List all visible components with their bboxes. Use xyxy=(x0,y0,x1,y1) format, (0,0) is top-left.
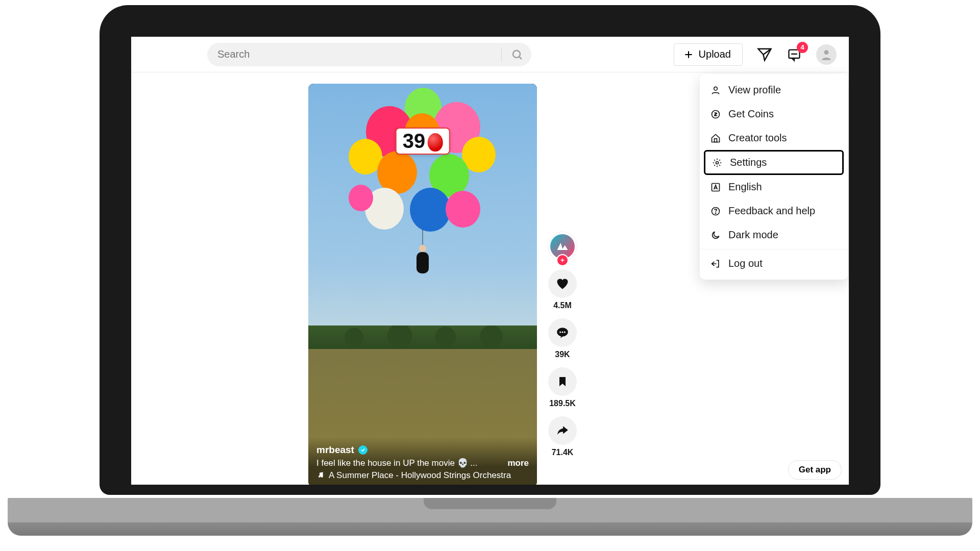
menu-log-out[interactable]: Log out xyxy=(700,252,848,276)
menu-separator xyxy=(700,249,848,249)
comment-count: 39K xyxy=(555,350,570,359)
menu-settings[interactable]: Settings xyxy=(704,150,844,175)
caption-row: I feel like the house in UP the movie 💀 … xyxy=(316,458,529,468)
menu-get-coins[interactable]: Get Coins xyxy=(700,102,848,126)
svg-point-12 xyxy=(561,331,563,333)
menu-label: Dark mode xyxy=(728,229,778,241)
menu-feedback[interactable]: Feedback and help xyxy=(700,199,848,223)
menu-view-profile[interactable]: View profile xyxy=(700,78,848,102)
search-icon xyxy=(511,48,523,61)
moon-icon xyxy=(710,230,721,241)
bookmark-icon xyxy=(556,375,569,388)
overlay-count-text: 39 xyxy=(403,130,426,153)
action-rail: 4.5M 39K 189.5K xyxy=(545,232,580,457)
upload-button[interactable]: Upload xyxy=(674,43,743,66)
like-item: 4.5M xyxy=(548,269,577,310)
share-count: 71.4K xyxy=(552,448,574,457)
upload-label: Upload xyxy=(699,48,731,60)
follow-button[interactable] xyxy=(556,254,569,266)
share-item: 71.4K xyxy=(548,416,577,457)
language-icon xyxy=(710,182,721,193)
coin-icon xyxy=(710,109,721,120)
menu-creator-tools[interactable]: Creator tools xyxy=(700,126,848,150)
get-app-button[interactable]: Get app xyxy=(788,460,842,480)
comment-item: 39K xyxy=(548,318,577,359)
inbox-badge: 4 xyxy=(797,42,808,53)
send-icon xyxy=(757,47,772,62)
menu-language[interactable]: English xyxy=(700,175,848,199)
creator-avatar[interactable] xyxy=(548,232,577,261)
profile-avatar[interactable] xyxy=(816,44,837,65)
bookmark-button[interactable] xyxy=(548,367,577,396)
search-input[interactable] xyxy=(217,48,497,60)
home-icon xyxy=(710,133,721,144)
user-icon xyxy=(820,48,833,61)
verified-badge-icon xyxy=(358,445,368,455)
svg-point-0 xyxy=(513,51,520,58)
music-row[interactable]: A Summer Place - Hollywood Strings Orche… xyxy=(316,470,529,481)
plus-icon xyxy=(559,257,566,263)
like-count: 4.5M xyxy=(553,301,572,310)
search-bar[interactable] xyxy=(207,43,531,66)
laptop-base xyxy=(8,498,972,536)
svg-point-17 xyxy=(716,161,719,164)
like-button[interactable] xyxy=(548,269,577,298)
overlay-balloon-count: 39 xyxy=(396,128,450,155)
svg-point-11 xyxy=(559,331,561,333)
laptop-notch xyxy=(424,498,556,509)
music-note-icon xyxy=(316,471,325,480)
menu-label: Creator tools xyxy=(728,132,787,144)
svg-point-20 xyxy=(715,213,716,213)
menu-label: Get Coins xyxy=(728,108,774,120)
app-window: Upload 4 xyxy=(131,37,849,485)
top-bar: Upload 4 xyxy=(131,37,849,72)
gear-icon xyxy=(712,157,723,168)
heart-icon xyxy=(555,277,570,291)
video-meta: mrbeast I feel like the house in UP the … xyxy=(308,437,537,485)
author-row[interactable]: mrbeast xyxy=(316,444,529,456)
messages-button[interactable] xyxy=(757,47,772,62)
laptop-mockup: Upload 4 xyxy=(100,5,880,536)
author-username: mrbeast xyxy=(316,444,354,456)
svg-line-1 xyxy=(520,57,522,59)
svg-rect-16 xyxy=(715,138,717,142)
menu-label: View profile xyxy=(728,84,781,96)
content-area: 39 mrbeast xyxy=(131,72,849,485)
share-icon xyxy=(556,424,569,437)
balloon-icon xyxy=(427,133,443,152)
svg-point-13 xyxy=(564,331,566,333)
menu-label: English xyxy=(728,181,762,193)
inbox-button[interactable]: 4 xyxy=(787,47,802,62)
share-button[interactable] xyxy=(548,416,577,445)
music-text: A Summer Place - Hollywood Strings Orche… xyxy=(329,470,511,481)
scene: Upload 4 xyxy=(0,0,980,551)
comment-icon xyxy=(556,326,569,339)
menu-dark-mode[interactable]: Dark mode xyxy=(700,223,848,247)
svg-point-14 xyxy=(714,87,718,90)
profile-dropdown: View profile Get Coins Creator tools xyxy=(700,74,848,280)
bookmark-count: 189.5K xyxy=(549,399,576,408)
person-figure xyxy=(415,246,430,279)
menu-label: Log out xyxy=(728,258,763,269)
search-button[interactable] xyxy=(506,43,528,66)
laptop-frame: Upload 4 xyxy=(100,5,880,495)
caption-more-link[interactable]: more xyxy=(507,458,529,468)
menu-label: Settings xyxy=(730,157,767,168)
top-right-actions: Upload 4 xyxy=(674,43,837,66)
menu-label: Feedback and help xyxy=(728,205,815,217)
logout-icon xyxy=(710,258,721,269)
svg-point-7 xyxy=(824,50,829,55)
video-treeline xyxy=(308,325,537,349)
search-divider xyxy=(501,47,502,62)
caption-text: I feel like the house in UP the movie 💀 … xyxy=(316,458,478,468)
help-icon xyxy=(710,206,721,217)
plus-icon xyxy=(683,49,694,60)
video-player[interactable]: 39 mrbeast xyxy=(308,84,537,485)
comment-button[interactable] xyxy=(548,318,577,347)
user-icon xyxy=(710,85,721,96)
bookmark-item: 189.5K xyxy=(548,367,577,408)
get-app-label: Get app xyxy=(799,465,831,475)
balloons-cluster xyxy=(344,88,502,246)
